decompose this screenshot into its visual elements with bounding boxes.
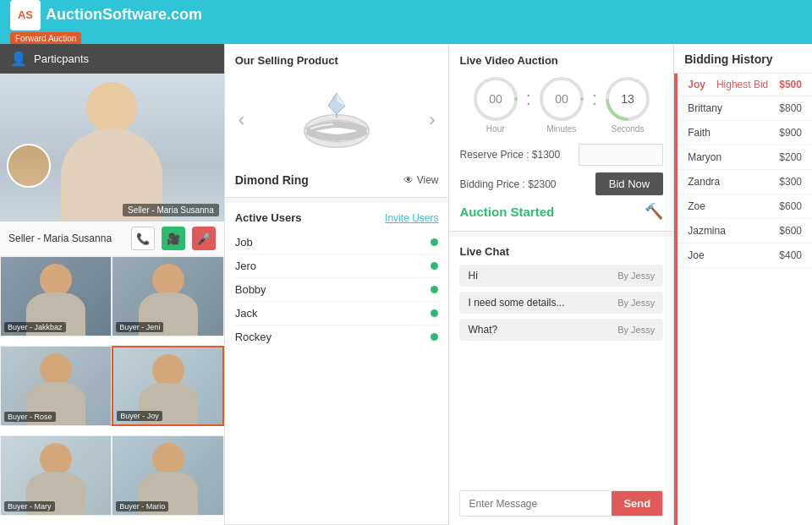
reserve-price-label: Reserve Price : $1300 [459,149,560,161]
bid-now-button[interactable]: Bid Now [595,172,663,195]
view-product-button[interactable]: 👁 View [403,174,439,186]
product-image [294,86,379,154]
video-auction-panel: Live Video Auction 00 Hour : 00 [449,44,674,525]
bidding-top-row: Joy Highest Bid $500 [678,74,812,96]
bid-amount: $200 [779,151,802,163]
reserve-price-input[interactable] [579,144,663,166]
logo-text: AuctionSoftware.com [46,6,202,24]
highest-bid-label: Highest Bid [716,79,768,90]
user-row: Bobby [235,278,439,302]
user-name: Jack [235,307,258,320]
timer-hours: 00 Hour [472,75,519,134]
video-auction-section: Live Video Auction 00 Hour : 00 [449,44,673,232]
buyer-label-4: Buyer - Joy [117,411,162,421]
hammer-icon: 🔨 [645,202,663,221]
active-users-header: Active Users Invite Users [235,211,439,224]
timer-seconds: 13 Seconds [604,75,651,134]
buyer-face-5 [40,443,72,475]
bid-row: Zoe$600 [678,194,812,219]
buyer-cell-5: Buyer - Mary [0,435,112,516]
chat-bubble: What?By Jessy [459,319,663,341]
live-chat-section: Live Chat HiBy JessyI need some details.… [449,237,673,525]
bids-list: Brittany$800Faith$900Maryon$200Zandra$30… [678,96,812,268]
bid-amount: $600 [779,225,802,237]
timer-sep-1: : [526,88,531,110]
send-message-button[interactable]: Send [612,491,662,516]
chat-input-row: Send [459,490,663,517]
bid-amount: $400 [779,249,802,261]
seconds-value: 13 [621,92,634,106]
buyer-face-1 [40,264,72,296]
bid-row: Faith$900 [678,121,812,145]
logo-icon: AS [10,0,41,30]
avatar-face [8,145,49,186]
chat-message-input[interactable] [460,491,612,516]
user-list: JobJeroBobbyJackRockey [235,231,439,348]
bid-amount: $300 [779,176,802,188]
bid-amount: $800 [779,102,802,114]
reserve-price-row: Reserve Price : $1300 [459,144,663,166]
bidding-history-scroll[interactable]: Joy Highest Bid $500 Brittany$800Faith$9… [674,74,812,525]
user-name: Rockey [235,331,272,343]
participants-header: 👤 Particpants [0,44,224,74]
user-online-indicator [431,309,438,317]
chat-by: By Jessy [617,271,655,281]
product-image-container: ‹ [235,74,439,167]
buyer-face-6 [152,443,184,475]
hours-value: 00 [489,92,502,106]
view-label: View [417,174,439,186]
auction-type-badge: Forward Auction [10,32,81,45]
seller-controls-label: Seller - Maria Susanna [8,232,124,244]
chat-by: By Jessy [617,325,655,335]
video-button[interactable]: 🎥 [162,227,185,250]
prev-product-arrow[interactable]: ‹ [235,109,248,131]
hours-circle-svg: 00 [472,75,519,123]
bidder-name: Faith [688,127,710,139]
buyer-cell-6: Buyer - Mario [112,435,223,516]
seller-name-overlay: Seller - Maria Susanna [123,204,219,216]
chat-bubble: HiBy Jessy [459,265,663,287]
phone-button[interactable]: 📞 [131,227,155,250]
buyer-label-6: Buyer - Mario [116,501,168,511]
auction-started-text: Auction Started [459,205,554,219]
seconds-circle-svg: 13 [604,75,651,123]
main-layout: 👤 Particpants Seller - Maria Susanna Sel… [0,44,812,525]
user-name: Bobby [235,283,266,296]
chat-messages: HiBy JessyI need some details...By Jessy… [459,265,663,484]
seller-small-avatar [7,144,51,188]
user-row: Jack [235,302,439,325]
user-row: Jero [235,254,439,278]
highest-bid-amount: $500 [779,79,802,90]
chat-text: Hi [468,270,477,282]
bid-row: Maryon$200 [678,145,812,170]
buyer-cell-2: Buyer - Jeni [112,256,223,336]
minutes-value: 00 [555,92,568,106]
bid-amount: $900 [779,127,802,139]
next-product-arrow[interactable]: › [425,109,438,131]
user-online-indicator [431,333,438,341]
mic-button[interactable]: 🎤 [192,227,216,250]
buyer-face-4 [152,354,184,386]
timer-minutes: 00 Minutes [538,75,585,134]
buyer-cell-3: Buyer - Rose [0,346,112,426]
participants-icon: 👤 [10,51,27,67]
user-row: Rockey [235,325,439,348]
buyer-cell-4: Buyer - Joy [112,346,223,426]
logo-top: AS AuctionSoftware.com [10,0,202,30]
minutes-circle-svg: 00 [538,75,585,123]
bid-amount: $600 [779,200,802,212]
bid-row: Brittany$800 [678,96,812,121]
chat-bubble: I need some details...By Jessy [459,292,663,314]
logo-box: AS AuctionSoftware.com Forward Auction [10,0,202,45]
seconds-label: Seconds [611,124,644,134]
winner-name: Joy [688,79,705,90]
user-name: Job [235,236,253,249]
timer-row: 00 Hour : 00 Minutes : [459,75,663,134]
seller-controls: Seller - Maria Susanna 📞 🎥 🎤 [0,221,224,256]
bid-row: Jazmina$600 [678,219,812,243]
bidder-name: Zoe [688,200,705,212]
logo-initials: AS [18,8,33,21]
invite-users-link[interactable]: Invite Users [385,212,438,224]
bidding-price-row: Bidding Price : $2300 Bid Now [459,172,663,195]
seller-video: Seller - Maria Susanna [0,74,224,221]
